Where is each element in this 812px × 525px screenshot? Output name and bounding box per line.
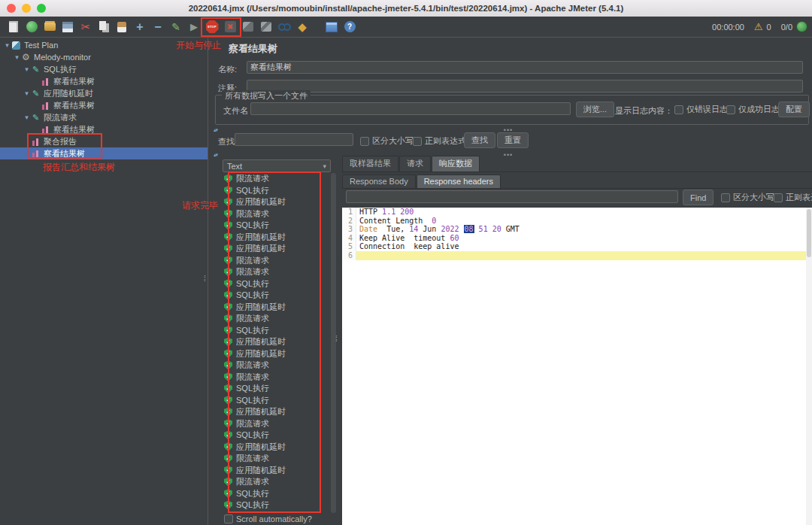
- tree-item[interactable]: ▾Melody-monitor: [0, 51, 208, 63]
- open-icon[interactable]: [41, 19, 58, 35]
- tree-item[interactable]: 聚合报告: [0, 135, 208, 147]
- result-tab[interactable]: 取样器结果: [342, 156, 398, 171]
- result-item[interactable]: ✓应用随机延时: [223, 442, 328, 454]
- result-item[interactable]: ✓SQL执行: [223, 325, 328, 337]
- collapse-all-icon[interactable]: [150, 19, 166, 35]
- response-headers-editor[interactable]: 1HTTP 1.1 2002Content Length 03Date Tue,…: [342, 208, 812, 525]
- splitter-collapse-icons[interactable]: ▴▾: [214, 152, 217, 158]
- find-input[interactable]: [346, 190, 678, 203]
- result-item[interactable]: ✓SQL执行: [223, 185, 328, 197]
- result-tab[interactable]: 响应数据: [432, 156, 480, 171]
- result-item[interactable]: ✓应用随机延时: [223, 465, 328, 477]
- response-subtab[interactable]: Response Body: [342, 174, 416, 188]
- collapse-arrow-icon[interactable]: ▾: [3, 41, 11, 49]
- toggle-icon[interactable]: [168, 19, 184, 35]
- result-tab[interactable]: 请求: [399, 156, 431, 171]
- search-input[interactable]: [235, 133, 353, 146]
- cut-icon[interactable]: [77, 19, 94, 35]
- search-icon[interactable]: [276, 19, 292, 35]
- result-item[interactable]: ✓应用随机延时: [223, 243, 328, 255]
- clear-icon[interactable]: [240, 19, 256, 35]
- errors-only-checkbox[interactable]: 仅错误日志: [674, 104, 728, 115]
- result-item[interactable]: ✓SQL执行: [223, 290, 328, 302]
- result-item[interactable]: ✓SQL执行: [223, 488, 328, 500]
- regex-checkbox[interactable]: 正则表达式: [413, 135, 466, 147]
- result-item[interactable]: ✓SQL执行: [223, 220, 328, 232]
- start-icon[interactable]: [186, 19, 202, 35]
- save-icon[interactable]: [59, 19, 76, 35]
- tree-item[interactable]: 察看结果树: [0, 75, 208, 87]
- result-item[interactable]: ✓限流请求: [223, 173, 328, 185]
- view-mode-select[interactable]: Text ▾: [223, 159, 331, 172]
- tree-item[interactable]: ▾限流请求: [0, 111, 208, 123]
- result-item[interactable]: ✓限流请求: [223, 453, 328, 465]
- result-item[interactable]: ✓限流请求: [223, 208, 328, 220]
- browse-button[interactable]: 浏览...: [576, 102, 614, 117]
- result-item[interactable]: ✓SQL执行: [223, 278, 328, 290]
- clear-all-icon[interactable]: [258, 19, 274, 35]
- fullscreen-button[interactable]: [37, 4, 46, 13]
- result-item[interactable]: ✓应用随机延时: [223, 302, 328, 314]
- minimize-button[interactable]: [22, 4, 31, 13]
- results-scrollbar[interactable]: [331, 173, 336, 513]
- result-item[interactable]: ✓应用随机延时: [223, 336, 328, 348]
- tree-item[interactable]: 察看结果树: [0, 147, 208, 159]
- search-button[interactable]: 查找: [464, 132, 495, 148]
- result-item[interactable]: ✓应用随机延时: [223, 348, 328, 360]
- copy-icon[interactable]: [95, 19, 112, 35]
- find-case-checkbox[interactable]: 区分大小写: [721, 192, 774, 203]
- result-item[interactable]: ✓限流请求: [223, 476, 328, 488]
- case-sensitive-checkbox[interactable]: 区分大小写: [360, 135, 414, 147]
- result-item[interactable]: ✓限流请求: [223, 266, 328, 278]
- result-item[interactable]: ✓应用随机延时: [223, 232, 328, 244]
- result-item[interactable]: ✓SQL执行: [223, 499, 328, 511]
- results-splitter[interactable]: ⁞: [335, 335, 338, 343]
- toolbars-icon[interactable]: [323, 19, 340, 35]
- shutdown-icon[interactable]: [222, 19, 238, 35]
- tree-item[interactable]: 察看结果树: [0, 99, 208, 111]
- log-warning-icon[interactable]: ⚠: [754, 22, 763, 32]
- result-item[interactable]: ✓SQL执行: [223, 383, 328, 395]
- stop-icon[interactable]: [204, 19, 220, 35]
- filename-input[interactable]: [250, 102, 571, 115]
- paste-icon[interactable]: [114, 19, 130, 35]
- function-helper-icon[interactable]: [294, 19, 311, 35]
- response-subtab[interactable]: Response headers: [417, 174, 501, 188]
- splitter-collapse-icons[interactable]: ▴▾: [214, 127, 217, 133]
- collapse-arrow-icon[interactable]: ▾: [23, 114, 31, 121]
- collapse-arrow-icon[interactable]: ▾: [13, 53, 21, 61]
- expand-all-icon[interactable]: [132, 19, 148, 35]
- reset-button[interactable]: 重置: [497, 132, 529, 148]
- result-item[interactable]: ✓应用随机延时: [223, 196, 328, 208]
- tree-item[interactable]: ▾SQL执行: [0, 63, 208, 75]
- success-shield-icon: ✓: [224, 419, 232, 428]
- result-item[interactable]: ✓限流请求: [223, 360, 328, 372]
- collapse-arrow-icon[interactable]: ▾: [23, 90, 31, 97]
- scroll-automatically-checkbox[interactable]: Scroll automatically?: [224, 514, 312, 523]
- tree-item[interactable]: 察看结果树: [0, 123, 208, 135]
- tree-splitter[interactable]: ⁞: [204, 275, 206, 283]
- result-item[interactable]: ✓限流请求: [223, 418, 328, 430]
- find-button[interactable]: Find: [683, 190, 714, 205]
- result-item[interactable]: ✓应用随机延时: [223, 406, 328, 418]
- collapse-arrow-icon[interactable]: ▾: [23, 65, 31, 73]
- configure-button[interactable]: 配置: [778, 102, 810, 117]
- result-item[interactable]: ✓限流请求: [223, 313, 328, 325]
- tree-item[interactable]: ▾Test Plan: [0, 39, 208, 51]
- close-button[interactable]: [7, 4, 16, 13]
- find-regex-checkbox[interactable]: 正则表达式: [774, 192, 812, 203]
- result-item[interactable]: ✓SQL执行: [223, 395, 328, 407]
- success-only-checkbox[interactable]: 仅成功日志: [726, 104, 780, 115]
- tree-item[interactable]: ▾应用随机延时: [0, 87, 208, 99]
- templates-icon[interactable]: [23, 19, 40, 35]
- result-item[interactable]: ✓限流请求: [223, 372, 328, 384]
- name-input[interactable]: [247, 61, 803, 74]
- result-item[interactable]: ✓SQL执行: [223, 429, 328, 442]
- result-item[interactable]: ✓限流请求: [223, 255, 328, 267]
- success-shield-icon: ✓: [224, 326, 232, 335]
- comment-input[interactable]: [247, 80, 803, 93]
- editor-scrollbar[interactable]: [806, 208, 812, 525]
- help-icon[interactable]: [341, 19, 358, 35]
- new-icon[interactable]: [5, 19, 22, 35]
- results-list: ✓限流请求✓SQL执行✓应用随机延时✓限流请求✓SQL执行✓应用随机延时✓应用随…: [223, 173, 328, 513]
